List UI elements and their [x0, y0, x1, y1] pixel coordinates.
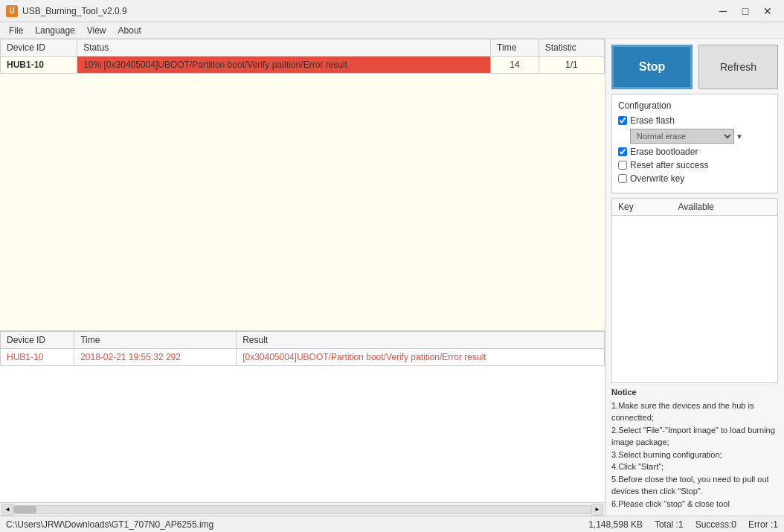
horizontal-scrollbar[interactable]: ◄ ► — [0, 502, 605, 516]
log-header-row: Device ID Time Result — [1, 332, 605, 349]
reset-after-success-item: Reset after success — [618, 160, 771, 170]
scroll-right-arrow[interactable]: ► — [591, 504, 603, 516]
log-device-id: HUB1-10 — [1, 349, 74, 366]
row-time: 14 — [491, 57, 539, 74]
erase-flash-item: Erase flash — [618, 115, 771, 126]
log-row: HUB1-102018-02-21 19:55:32 292[0x3040500… — [1, 349, 605, 366]
col-status: Status — [77, 39, 491, 57]
erase-type-select[interactable]: Normal erase — [630, 129, 734, 144]
row-status: 10% [0x30405004]UBOOT/Partition boot/Ver… — [77, 57, 491, 74]
minimize-button[interactable]: ─ — [713, 3, 733, 19]
menu-bar: File Language View About — [0, 22, 784, 39]
col-time: Time — [491, 39, 539, 57]
row-statistic: 1/1 — [539, 57, 604, 74]
status-bar: C:\Users\JRW\Downloads\GT1_707N0_AP6255.… — [0, 516, 784, 532]
reset-after-success-checkbox[interactable] — [618, 161, 627, 170]
status-info: 1,148,598 KB Total :1 Success:0 Error :1 — [588, 519, 778, 530]
menu-language[interactable]: Language — [29, 24, 80, 37]
close-button[interactable]: ✕ — [757, 3, 778, 19]
log-col-device-id: Device ID — [1, 332, 74, 349]
erase-bootloader-label: Erase bootloader — [630, 147, 698, 157]
left-panel: Device ID Status Time Statistic HUB1-101… — [0, 39, 605, 516]
menu-view[interactable]: View — [81, 24, 112, 37]
scroll-left-arrow[interactable]: ◄ — [1, 504, 13, 516]
erase-dropdown-row: Normal erase ▼ — [630, 129, 771, 144]
dropdown-arrow-icon: ▼ — [736, 132, 743, 141]
configuration-title: Configuration — [618, 100, 771, 111]
table-header-row: Device ID Status Time Statistic — [1, 39, 605, 57]
log-result: [0x30405004]UBOOT/Partition boot/Verify … — [237, 349, 605, 366]
menu-file[interactable]: File — [3, 24, 29, 37]
status-success: Success:0 — [695, 519, 736, 530]
action-buttons: Stop Refresh — [611, 45, 778, 89]
notice-text: 1.Make sure the devices and the hub is c… — [611, 400, 778, 510]
table-row: HUB1-1010% [0x30405004]UBOOT/Partition b… — [1, 57, 605, 74]
title-bar-controls: ─ □ ✕ — [713, 3, 778, 19]
row-device-id: HUB1-10 — [1, 57, 77, 74]
stop-button[interactable]: Stop — [611, 45, 693, 89]
maximize-button[interactable]: □ — [735, 3, 756, 19]
reset-after-success-label: Reset after success — [630, 160, 708, 170]
log-table: Device ID Time Result HUB1-102018-02-21 … — [0, 331, 605, 366]
key-table-header: Key Available — [612, 199, 777, 216]
overwrite-key-label: Overwrite key — [630, 173, 684, 184]
refresh-button[interactable]: Refresh — [698, 45, 778, 89]
status-total: Total :1 — [655, 519, 684, 530]
device-table: Device ID Status Time Statistic HUB1-101… — [0, 39, 605, 74]
col-device-id: Device ID — [1, 39, 77, 57]
bottom-table-container: Device ID Time Result HUB1-102018-02-21 … — [0, 331, 605, 502]
notice-title: Notice — [611, 388, 778, 397]
key-col-key: Key — [612, 199, 672, 216]
erase-bootloader-item: Erase bootloader — [618, 147, 771, 157]
key-col-available: Available — [672, 199, 778, 216]
configuration-section: Configuration Erase flash Normal erase ▼… — [611, 94, 778, 193]
key-table-container: Key Available — [611, 198, 778, 383]
erase-flash-label: Erase flash — [630, 115, 675, 126]
app-icon: U — [6, 5, 18, 17]
overwrite-key-item: Overwrite key — [618, 173, 771, 184]
menu-about[interactable]: About — [112, 24, 147, 37]
scrollbar-thumb[interactable] — [14, 506, 36, 513]
log-time: 2018-02-21 19:55:32 292 — [74, 349, 237, 366]
title-bar: U USB_Burning_Tool_v2.0.9 ─ □ ✕ — [0, 0, 784, 22]
status-size: 1,148,598 KB — [588, 519, 643, 530]
title-bar-text: USB_Burning_Tool_v2.0.9 — [22, 6, 713, 16]
scrollbar-track[interactable] — [13, 505, 591, 514]
log-col-time: Time — [74, 332, 237, 349]
erase-bootloader-checkbox[interactable] — [618, 147, 627, 156]
main-content: Device ID Status Time Statistic HUB1-101… — [0, 39, 784, 516]
status-error: Error :1 — [748, 519, 778, 530]
top-table-container: Device ID Status Time Statistic HUB1-101… — [0, 39, 605, 331]
notice-section: Notice 1.Make sure the devices and the h… — [611, 388, 778, 510]
col-statistic: Statistic — [539, 39, 604, 57]
key-available-table: Key Available — [612, 199, 777, 216]
overwrite-key-checkbox[interactable] — [618, 174, 627, 183]
status-path: C:\Users\JRW\Downloads\GT1_707N0_AP6255.… — [6, 519, 576, 530]
erase-flash-checkbox[interactable] — [618, 116, 627, 125]
log-col-result: Result — [237, 332, 605, 349]
right-panel: Stop Refresh Configuration Erase flash N… — [605, 39, 784, 516]
